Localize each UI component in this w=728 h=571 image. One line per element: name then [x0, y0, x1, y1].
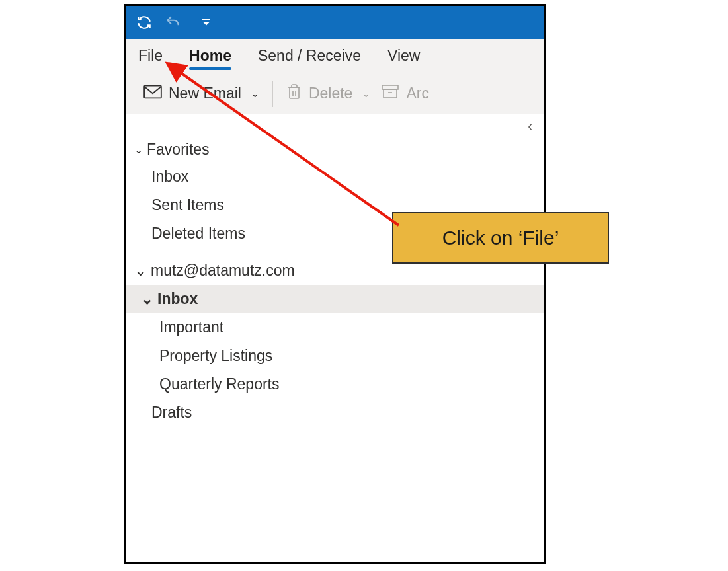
- delete-label: Delete: [309, 85, 352, 102]
- account-address: mutz@datamutz.com: [151, 262, 295, 280]
- tab-home[interactable]: Home: [188, 43, 233, 69]
- annotation-callout: Click on ‘File’: [392, 212, 609, 264]
- trash-icon: [286, 83, 302, 104]
- outlook-window: File Home Send / Receive View New Email …: [124, 4, 546, 564]
- svg-rect-5: [382, 85, 398, 89]
- title-bar: [126, 6, 544, 39]
- delete-button[interactable]: Delete ⌄: [280, 79, 377, 108]
- drafts-folder[interactable]: Drafts: [126, 399, 544, 427]
- tab-view[interactable]: View: [386, 43, 421, 69]
- separator: [272, 81, 273, 107]
- collapse-row: ‹: [126, 114, 544, 137]
- folder-pane: ⌄ Favorites Inbox Sent Items Deleted Ite…: [126, 137, 544, 427]
- svg-rect-6: [384, 89, 397, 98]
- archive-icon: [381, 84, 399, 104]
- subfolder-important[interactable]: Important: [126, 313, 544, 342]
- chevron-down-icon: ⌄: [134, 143, 143, 156]
- ribbon-tabs: File Home Send / Receive View: [126, 39, 544, 73]
- archive-label: Arc: [406, 85, 429, 102]
- subfolder-quarterly-reports[interactable]: Quarterly Reports: [126, 370, 544, 399]
- svg-rect-2: [290, 87, 299, 98]
- collapse-chevron-icon[interactable]: ‹: [528, 118, 532, 133]
- undo-icon[interactable]: [165, 14, 182, 31]
- svg-rect-1: [144, 85, 161, 98]
- tab-file[interactable]: File: [137, 43, 164, 69]
- chevron-down-icon[interactable]: ⌄: [251, 87, 259, 100]
- chevron-down-icon: ⌄: [134, 262, 147, 280]
- svg-rect-0: [202, 19, 210, 20]
- callout-text: Click on ‘File’: [442, 227, 559, 249]
- archive-button[interactable]: Arc: [377, 80, 436, 108]
- subfolder-property-listings[interactable]: Property Listings: [126, 342, 544, 370]
- favorites-header[interactable]: ⌄ Favorites: [126, 137, 544, 163]
- new-email-button[interactable]: New Email ⌄: [137, 81, 266, 107]
- chevron-down-icon[interactable]: ⌄: [362, 87, 370, 100]
- sync-icon[interactable]: [136, 14, 153, 31]
- envelope-icon: [143, 85, 162, 103]
- new-email-label: New Email: [169, 85, 241, 102]
- tab-send-receive[interactable]: Send / Receive: [257, 43, 362, 69]
- customize-qat-icon[interactable]: [200, 17, 212, 28]
- ribbon-commands: New Email ⌄ Delete ⌄: [126, 73, 544, 114]
- inbox-folder[interactable]: ⌄ Inbox: [126, 285, 544, 313]
- inbox-label: Inbox: [157, 290, 198, 308]
- chevron-down-icon: ⌄: [141, 290, 153, 308]
- favorites-inbox[interactable]: Inbox: [126, 163, 544, 191]
- favorites-label: Favorites: [147, 141, 210, 159]
